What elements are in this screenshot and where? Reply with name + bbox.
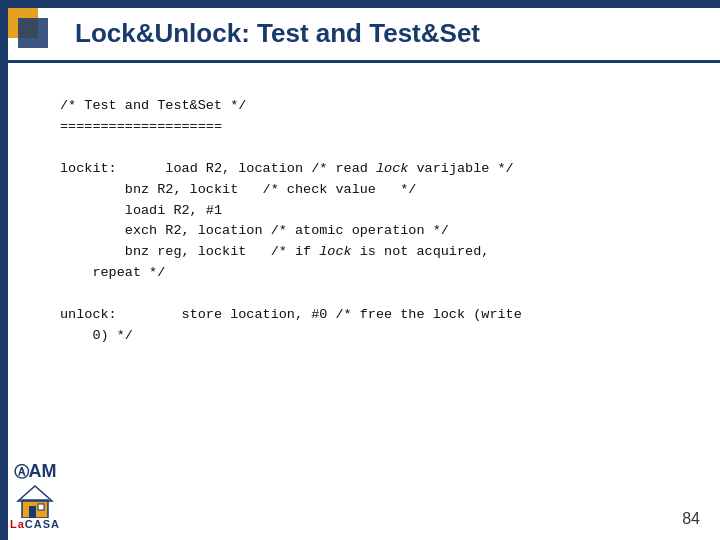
at-circle: Ⓐ — [14, 463, 29, 480]
unlock-line: store location, #0 /* free the lock (wri… — [117, 307, 522, 322]
lockit-label: lockit: — [60, 161, 117, 176]
logo-casa: LaCASA — [10, 518, 60, 530]
line5-rest: is not acquired, — [352, 244, 490, 259]
house-icon — [16, 484, 54, 518]
am-text: AM — [29, 461, 57, 481]
logo-am: ⒶAM — [14, 461, 57, 482]
line2: bnz R2, lockit /* check value */ — [60, 182, 416, 197]
page-number: 84 — [682, 510, 700, 528]
svg-rect-2 — [29, 506, 36, 518]
line1: load R2, location /* read — [117, 161, 376, 176]
line4: exch R2, location /* atomic operation */ — [60, 223, 449, 238]
slide-title: Lock&Unlock: Test and Test&Set — [75, 18, 480, 49]
top-accent-bar — [0, 0, 720, 8]
left-accent-bar — [0, 0, 8, 540]
title-rule — [8, 60, 720, 63]
unlock-label: unlock: — [60, 307, 117, 322]
casa-text: CASA — [25, 518, 60, 530]
corner-decoration — [8, 8, 58, 58]
svg-marker-1 — [18, 486, 52, 501]
slide: Lock&Unlock: Test and Test&Set /* Test a… — [0, 0, 720, 540]
unlock-line2: 0) */ — [60, 328, 133, 343]
comment1: /* Test and Test&Set */ — [60, 98, 246, 113]
separator: ==================== — [60, 119, 222, 134]
logo-area: ⒶAM LaCASA — [10, 461, 60, 530]
line6: repeat */ — [60, 265, 165, 280]
line3: loadi R2, #1 — [60, 203, 222, 218]
code-content: /* Test and Test&Set */ ================… — [60, 75, 700, 368]
a-red: a — [18, 518, 25, 530]
code-block: /* Test and Test&Set */ ================… — [60, 75, 700, 368]
line5: bnz reg, lockit /* if — [60, 244, 319, 259]
lock-italic-2: lock — [319, 244, 351, 259]
svg-rect-3 — [38, 504, 44, 510]
line1-rest: varijable */ — [408, 161, 513, 176]
la-text: L — [10, 518, 18, 530]
blue-square — [18, 18, 48, 48]
lock-italic-1: lock — [376, 161, 408, 176]
